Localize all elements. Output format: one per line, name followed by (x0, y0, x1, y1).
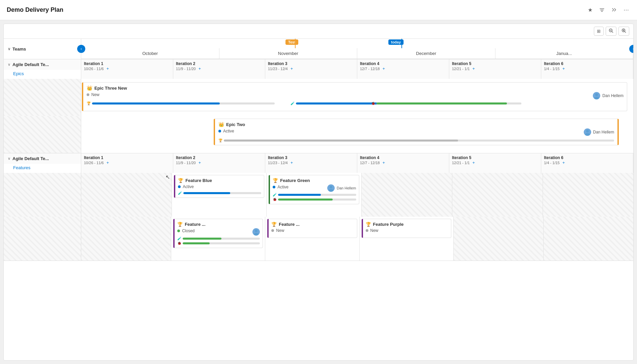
feat-x1-trophy: 🏆 (177, 222, 183, 227)
epic3-title: Epic Three New (94, 86, 127, 91)
team2-iter1-add[interactable]: + (107, 160, 109, 165)
feat-green-bar2-fill (278, 199, 333, 201)
svg-point-7 (595, 93, 598, 96)
feat2-empty-col4 (454, 217, 544, 261)
team2-iter4-add[interactable]: + (383, 160, 385, 165)
feat-blue-trophy: 🏆 (178, 178, 183, 183)
top-bar: Demo Delivery Plan ★ ⋯ (0, 0, 637, 20)
plan-container: ⊞ ∨ Teams ‹ (3, 24, 634, 361)
epic2-assignee-row: Dan Hellem (584, 128, 614, 136)
team1-iter4: Iteration 4 12/7 - 12/18 + (357, 59, 449, 79)
epic3-assignee-row: Dan Hellem (593, 92, 624, 99)
team1-iter6-add[interactable]: + (562, 66, 565, 71)
epic2-status-row: Active (218, 129, 234, 133)
team2-iter2-add[interactable]: + (199, 160, 201, 165)
epic3-avatar (593, 92, 600, 99)
feat-purple-trophy: 🏆 (366, 222, 371, 227)
today-line (401, 39, 402, 48)
feature-x2-card[interactable]: 🏆 Feature ... New (267, 219, 357, 238)
features-row1: 🏆 Feature Blue Active 🧪 (4, 173, 633, 217)
test-milestone: Test (285, 39, 298, 45)
epic3-bar3-track (376, 102, 521, 104)
epic3-bar1-fill (92, 102, 220, 104)
team2-iter5-add[interactable]: + (473, 160, 475, 165)
feat-x1-beaker: 🧪 (177, 237, 181, 240)
month-january: Janua... (495, 48, 634, 59)
team2-iter6: Iteration 6 1/4 - 1/15 + (541, 153, 633, 173)
features-row2-label-col (4, 217, 81, 261)
team1-iterations-header: Iteration 1 10/26 - 11/6 + Iteration 2 1… (81, 59, 633, 79)
feat-x1-bar1-fill (183, 238, 221, 240)
team1-chevron[interactable]: ∨ (8, 62, 10, 67)
layout-button[interactable]: ⊞ (594, 27, 604, 36)
team1-iter2-add[interactable]: + (199, 66, 201, 71)
feat-x1-bar2-row: 🐞 (177, 241, 260, 245)
more-button[interactable]: ⋯ (622, 5, 630, 14)
teams-label: Teams (12, 47, 26, 52)
svg-point-10 (585, 133, 590, 136)
feature-blue-card[interactable]: 🏆 Feature Blue Active 🧪 (174, 175, 264, 198)
epic2-card[interactable]: 👑 Epic Two Active (214, 119, 619, 145)
toolbar: ⊞ (4, 24, 633, 39)
zoom-in-button[interactable] (618, 27, 629, 36)
feat-x1-status: Closed (182, 229, 194, 233)
team1-iter3-add[interactable]: + (291, 66, 293, 71)
svg-line-4 (625, 32, 626, 33)
feature-x1-col: 🏆 Feature ... Closed (171, 217, 265, 261)
zoom-out-button[interactable] (606, 27, 616, 36)
team2-iter6-add[interactable]: + (562, 160, 565, 165)
team1-header-row: ∨ Agile Default Te... Epics Iteration 1 … (4, 59, 633, 79)
feature-purple-card[interactable]: 🏆 Feature Purple New (362, 219, 451, 238)
team2-type-link[interactable]: Features (4, 164, 81, 173)
feat-green-beaker: 🧪 (273, 193, 277, 196)
feat-x1-avatar (252, 228, 260, 236)
team2-chevron[interactable]: ∨ (8, 156, 10, 161)
feat-x2-dot (271, 229, 274, 232)
feature-green-card[interactable]: 🏆 Feature Green Active (269, 175, 359, 204)
epic2-status: Active (223, 129, 234, 133)
epic3-bar3-fill (376, 102, 507, 104)
svg-point-12 (329, 189, 333, 192)
epic3-card[interactable]: 👑 Epic Three New New (82, 82, 627, 111)
team1-iter1-add[interactable]: + (107, 66, 109, 71)
epic2-trophy-icon: 🏆 (218, 139, 222, 142)
timeline-months-header: ‹ Test today October November (81, 39, 633, 59)
team1-iter5-add[interactable]: + (473, 66, 475, 71)
feat-green-bar1-track (278, 194, 356, 196)
feat-empty-col3 (362, 173, 452, 217)
nav-prev-button[interactable]: ‹ (77, 45, 85, 53)
feat2-empty-col0 (81, 217, 171, 261)
teams-chevron[interactable]: ∨ (8, 47, 10, 51)
feat-green-bar1-row: 🧪 (273, 193, 356, 196)
feat-blue-bar-row: 🧪 (178, 191, 261, 195)
teams-column-header: ∨ Teams (4, 39, 81, 59)
feat-x1-bar1-track (183, 238, 260, 240)
team2-iter3-add[interactable]: + (291, 160, 293, 165)
feat-blue-dot (178, 185, 181, 188)
feat-green-trophy: 🏆 (273, 178, 278, 183)
feat-blue-bar-icon: 🧪 (178, 191, 182, 195)
gantt-body[interactable]: ∨ Agile Default Te... Epics Iteration 1 … (4, 59, 633, 359)
epic2-timeline: 👑 Epic Two Active (81, 116, 633, 153)
team1-name: Agile Default Te... (12, 62, 49, 67)
feat-x1-bar2-fill (183, 242, 210, 244)
main-content: ⊞ ∨ Teams ‹ (0, 20, 637, 364)
page-title: Demo Delivery Plan (7, 6, 63, 13)
star-button[interactable]: ★ (586, 5, 594, 14)
team1-iter2: Iteration 2 11/9 - 11/20 + (173, 59, 265, 79)
feat2-empty-col5 (544, 217, 633, 261)
feat-x1-bar1-row: 🧪 (177, 237, 260, 240)
collapse-button[interactable] (610, 6, 618, 14)
feat-empty-col0 (81, 173, 172, 217)
epic3-label-col (4, 79, 81, 116)
top-bar-actions: ★ ⋯ (586, 5, 630, 14)
epic2-label-col (4, 116, 81, 153)
feature-x1-card[interactable]: 🏆 Feature ... Closed (173, 219, 263, 248)
team1-type-link[interactable]: Epics (4, 70, 81, 79)
feat-green-bar2-row: 🐞 (273, 198, 356, 201)
team1-iter4-add[interactable]: + (383, 66, 385, 71)
filter-button[interactable] (598, 6, 606, 14)
epic2-avatar (584, 128, 591, 136)
team1-iter3: Iteration 3 11/23 - 12/4 + (265, 59, 357, 79)
svg-point-11 (330, 186, 332, 188)
